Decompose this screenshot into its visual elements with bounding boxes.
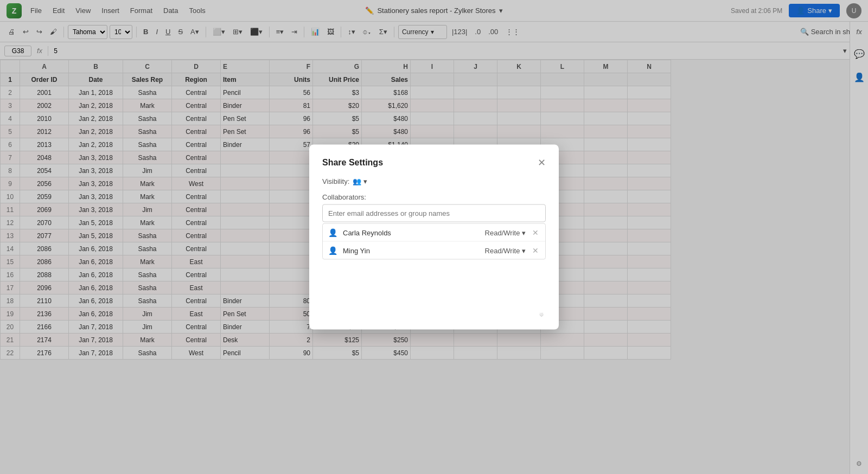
collaborators-list: 👤 Carla Reynolds Read/Write ▾ ✕ 👤 Ming Y… bbox=[322, 223, 546, 260]
collaborator-row: 👤 Ming Yin Read/Write ▾ ✕ bbox=[323, 242, 545, 259]
collaborator-name-0: Carla Reynolds bbox=[343, 228, 480, 236]
collaborator-icon-1: 👤 bbox=[328, 246, 337, 255]
empty-collaborators-area bbox=[322, 260, 546, 303]
collaborator-remove-0[interactable]: ✕ bbox=[531, 228, 540, 237]
collaborator-name-1: Ming Yin bbox=[343, 246, 480, 254]
visibility-label: Visibility: 👥 ▾ bbox=[322, 177, 546, 185]
modal-header: Share Settings ✕ bbox=[322, 158, 546, 168]
visibility-icon[interactable]: 👥 ▾ bbox=[353, 177, 367, 185]
modal-title: Share Settings bbox=[322, 158, 383, 168]
collaborator-permission-0[interactable]: Read/Write ▾ bbox=[485, 228, 526, 236]
collaborator-row: 👤 Carla Reynolds Read/Write ▾ ✕ bbox=[323, 224, 545, 242]
visibility-section: Visibility: 👥 ▾ bbox=[322, 177, 546, 185]
share-settings-modal: Share Settings ✕ Visibility: 👥 ▾ Collabo… bbox=[309, 145, 559, 330]
collaborators-section: Collaborators: 👤 Carla Reynolds Read/Wri… bbox=[322, 193, 546, 303]
modal-close-button[interactable]: ✕ bbox=[538, 158, 546, 168]
resize-handle[interactable]: ⟱ bbox=[322, 311, 546, 319]
collaborator-permission-1[interactable]: Read/Write ▾ bbox=[485, 246, 526, 254]
collaborator-remove-1[interactable]: ✕ bbox=[531, 246, 540, 255]
collaborators-label: Collaborators: bbox=[322, 193, 546, 201]
collaborators-input[interactable] bbox=[322, 204, 546, 222]
collaborator-icon-0: 👤 bbox=[328, 228, 337, 237]
